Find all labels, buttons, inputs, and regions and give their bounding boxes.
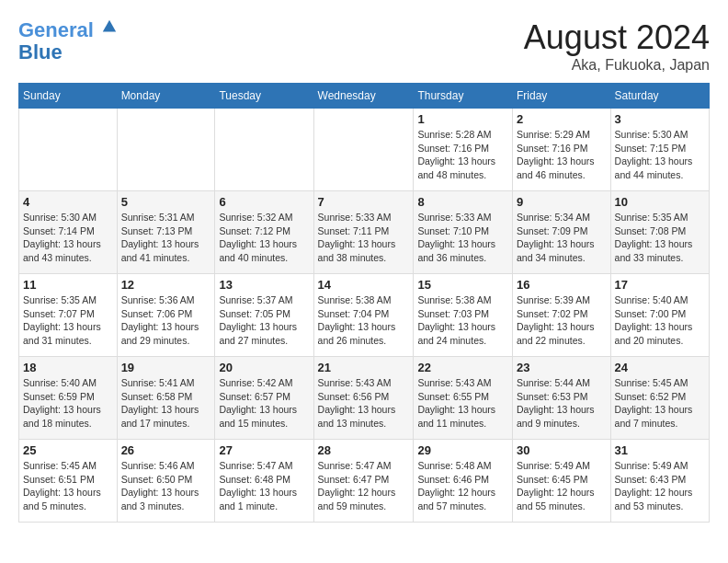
day-info: Sunrise: 5:39 AM Sunset: 7:02 PM Dayligh… (517, 293, 607, 348)
calendar-cell: 1Sunrise: 5:28 AM Sunset: 7:16 PM Daylig… (414, 109, 513, 191)
day-info: Sunrise: 5:40 AM Sunset: 6:59 PM Dayligh… (23, 376, 113, 431)
calendar-week-4: 18Sunrise: 5:40 AM Sunset: 6:59 PM Dayli… (19, 357, 710, 440)
day-info: Sunrise: 5:30 AM Sunset: 7:14 PM Dayligh… (23, 211, 113, 265)
day-number: 23 (517, 361, 607, 374)
day-number: 4 (23, 195, 113, 209)
day-number: 27 (219, 443, 309, 457)
day-info: Sunrise: 5:28 AM Sunset: 7:16 PM Dayligh… (417, 128, 508, 182)
day-number: 28 (318, 443, 410, 457)
calendar-cell: 12Sunrise: 5:36 AM Sunset: 7:06 PM Dayli… (117, 274, 215, 357)
day-number: 20 (219, 361, 309, 374)
calendar-cell: 22Sunrise: 5:43 AM Sunset: 6:55 PM Dayli… (414, 357, 513, 440)
day-info: Sunrise: 5:45 AM Sunset: 6:52 PM Dayligh… (615, 376, 705, 431)
day-number: 17 (615, 278, 705, 292)
calendar-cell: 27Sunrise: 5:47 AM Sunset: 6:48 PM Dayli… (215, 440, 313, 523)
logo-icon (101, 18, 118, 35)
calendar-cell: 25Sunrise: 5:45 AM Sunset: 6:51 PM Dayli… (19, 440, 118, 523)
calendar-cell: 6Sunrise: 5:32 AM Sunset: 7:12 PM Daylig… (215, 191, 313, 274)
day-number: 12 (121, 278, 211, 292)
calendar-cell: 10Sunrise: 5:35 AM Sunset: 7:08 PM Dayli… (610, 191, 709, 274)
day-number: 15 (417, 278, 508, 292)
calendar-cell: 8Sunrise: 5:33 AM Sunset: 7:10 PM Daylig… (414, 191, 513, 274)
weekday-header-monday: Monday (117, 84, 215, 109)
calendar-cell: 11Sunrise: 5:35 AM Sunset: 7:07 PM Dayli… (19, 274, 118, 357)
calendar-cell: 5Sunrise: 5:31 AM Sunset: 7:13 PM Daylig… (117, 191, 215, 274)
day-info: Sunrise: 5:37 AM Sunset: 7:05 PM Dayligh… (219, 293, 309, 348)
day-number: 9 (517, 195, 607, 209)
day-info: Sunrise: 5:43 AM Sunset: 6:55 PM Dayligh… (417, 376, 508, 431)
calendar-cell: 30Sunrise: 5:49 AM Sunset: 6:45 PM Dayli… (512, 440, 610, 523)
logo-text-line2: Blue (18, 41, 63, 63)
day-number: 16 (517, 278, 607, 292)
day-info: Sunrise: 5:41 AM Sunset: 6:58 PM Dayligh… (121, 376, 211, 431)
calendar-title: August 2024 (524, 18, 710, 57)
calendar-cell: 16Sunrise: 5:39 AM Sunset: 7:02 PM Dayli… (512, 274, 610, 357)
calendar-cell: 24Sunrise: 5:45 AM Sunset: 6:52 PM Dayli… (610, 357, 709, 440)
day-number: 30 (517, 443, 607, 457)
weekday-header-tuesday: Tuesday (215, 84, 313, 109)
day-info: Sunrise: 5:43 AM Sunset: 6:56 PM Dayligh… (318, 376, 410, 431)
weekday-header-row: SundayMondayTuesdayWednesdayThursdayFrid… (19, 84, 710, 109)
calendar-week-5: 25Sunrise: 5:45 AM Sunset: 6:51 PM Dayli… (19, 440, 710, 523)
weekday-header-thursday: Thursday (414, 84, 513, 109)
day-number: 6 (219, 195, 309, 209)
day-number: 25 (23, 443, 113, 457)
weekday-header-wednesday: Wednesday (313, 84, 414, 109)
calendar-cell: 21Sunrise: 5:43 AM Sunset: 6:56 PM Dayli… (313, 357, 414, 440)
weekday-header-saturday: Saturday (610, 84, 709, 109)
day-info: Sunrise: 5:36 AM Sunset: 7:06 PM Dayligh… (121, 293, 211, 348)
calendar-cell (19, 109, 118, 191)
day-info: Sunrise: 5:47 AM Sunset: 6:48 PM Dayligh… (219, 459, 309, 513)
calendar-week-3: 11Sunrise: 5:35 AM Sunset: 7:07 PM Dayli… (19, 274, 710, 357)
day-info: Sunrise: 5:38 AM Sunset: 7:03 PM Dayligh… (417, 293, 508, 348)
calendar-cell: 28Sunrise: 5:47 AM Sunset: 6:47 PM Dayli… (313, 440, 414, 523)
day-info: Sunrise: 5:49 AM Sunset: 6:43 PM Dayligh… (615, 459, 705, 513)
day-info: Sunrise: 5:34 AM Sunset: 7:09 PM Dayligh… (517, 211, 607, 265)
calendar-cell: 4Sunrise: 5:30 AM Sunset: 7:14 PM Daylig… (19, 191, 118, 274)
calendar-week-2: 4Sunrise: 5:30 AM Sunset: 7:14 PM Daylig… (19, 191, 710, 274)
day-info: Sunrise: 5:38 AM Sunset: 7:04 PM Dayligh… (318, 293, 410, 348)
weekday-header-sunday: Sunday (19, 84, 118, 109)
calendar-cell: 2Sunrise: 5:29 AM Sunset: 7:16 PM Daylig… (512, 109, 610, 191)
calendar-cell: 13Sunrise: 5:37 AM Sunset: 7:05 PM Dayli… (215, 274, 313, 357)
logo: General Blue (18, 18, 118, 63)
day-number: 2 (517, 112, 607, 126)
day-info: Sunrise: 5:33 AM Sunset: 7:10 PM Dayligh… (417, 211, 508, 265)
day-number: 1 (417, 112, 508, 126)
weekday-header-friday: Friday (512, 84, 610, 109)
title-block: August 2024 Aka, Fukuoka, Japan (524, 18, 710, 74)
calendar-cell (117, 109, 215, 191)
day-info: Sunrise: 5:32 AM Sunset: 7:12 PM Dayligh… (219, 211, 309, 265)
calendar-cell: 14Sunrise: 5:38 AM Sunset: 7:04 PM Dayli… (313, 274, 414, 357)
day-number: 24 (615, 361, 705, 374)
day-info: Sunrise: 5:31 AM Sunset: 7:13 PM Dayligh… (121, 211, 211, 265)
day-info: Sunrise: 5:29 AM Sunset: 7:16 PM Dayligh… (517, 128, 607, 182)
calendar-cell: 20Sunrise: 5:42 AM Sunset: 6:57 PM Dayli… (215, 357, 313, 440)
day-info: Sunrise: 5:30 AM Sunset: 7:15 PM Dayligh… (615, 128, 705, 182)
calendar-cell: 18Sunrise: 5:40 AM Sunset: 6:59 PM Dayli… (19, 357, 118, 440)
day-number: 31 (615, 443, 705, 457)
day-info: Sunrise: 5:46 AM Sunset: 6:50 PM Dayligh… (121, 459, 211, 513)
day-number: 10 (615, 195, 705, 209)
day-number: 21 (318, 361, 410, 374)
day-number: 7 (318, 195, 410, 209)
day-number: 14 (318, 278, 410, 292)
page-header: General Blue August 2024 Aka, Fukuoka, J… (18, 18, 710, 74)
day-info: Sunrise: 5:48 AM Sunset: 6:46 PM Dayligh… (417, 459, 508, 513)
day-number: 5 (121, 195, 211, 209)
day-number: 13 (219, 278, 309, 292)
calendar-cell: 17Sunrise: 5:40 AM Sunset: 7:00 PM Dayli… (610, 274, 709, 357)
calendar-subtitle: Aka, Fukuoka, Japan (524, 57, 710, 74)
calendar-cell: 19Sunrise: 5:41 AM Sunset: 6:58 PM Dayli… (117, 357, 215, 440)
calendar-cell: 9Sunrise: 5:34 AM Sunset: 7:09 PM Daylig… (512, 191, 610, 274)
day-info: Sunrise: 5:35 AM Sunset: 7:07 PM Dayligh… (23, 293, 113, 348)
calendar-cell: 31Sunrise: 5:49 AM Sunset: 6:43 PM Dayli… (610, 440, 709, 523)
calendar-cell: 29Sunrise: 5:48 AM Sunset: 6:46 PM Dayli… (414, 440, 513, 523)
day-info: Sunrise: 5:45 AM Sunset: 6:51 PM Dayligh… (23, 459, 113, 513)
day-number: 26 (121, 443, 211, 457)
day-info: Sunrise: 5:47 AM Sunset: 6:47 PM Dayligh… (318, 459, 410, 513)
day-info: Sunrise: 5:40 AM Sunset: 7:00 PM Dayligh… (615, 293, 705, 348)
calendar-cell: 26Sunrise: 5:46 AM Sunset: 6:50 PM Dayli… (117, 440, 215, 523)
calendar-cell: 15Sunrise: 5:38 AM Sunset: 7:03 PM Dayli… (414, 274, 513, 357)
logo-text-line1: General (18, 18, 118, 41)
